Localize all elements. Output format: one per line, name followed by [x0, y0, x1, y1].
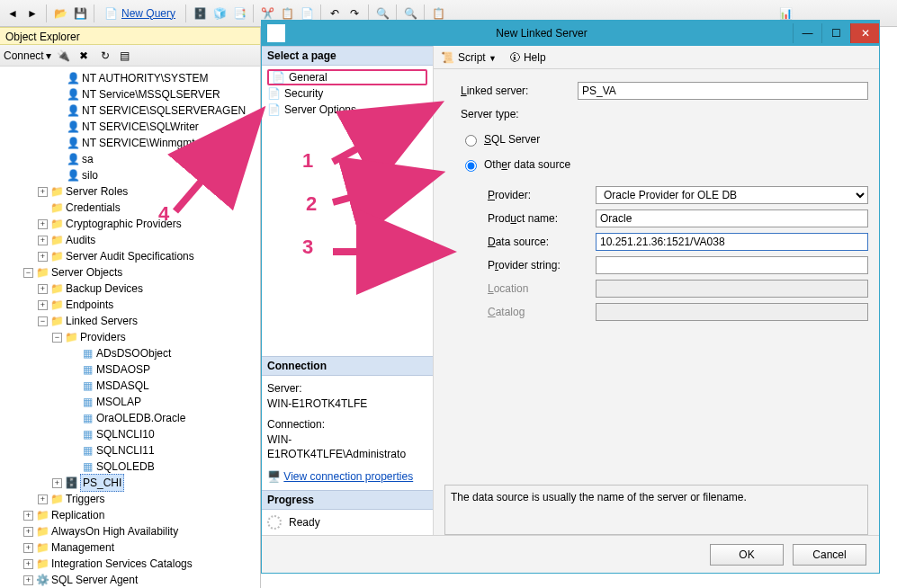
page-general[interactable]: 📄General: [267, 69, 427, 85]
tree-item[interactable]: Endpoints: [66, 297, 113, 313]
help-button[interactable]: Help: [524, 51, 546, 64]
expand-toggle[interactable]: +: [23, 511, 33, 521]
dialog-footer: OK Cancel: [262, 535, 879, 573]
refresh-icon[interactable]: ↻: [96, 47, 114, 65]
expand-toggle[interactable]: +: [38, 284, 48, 294]
nav-fwd-icon[interactable]: ►: [23, 4, 41, 22]
tree-item[interactable]: Server Roles: [66, 183, 128, 200]
provider-string-input[interactable]: [596, 256, 868, 274]
progress-header: Progress: [262, 490, 433, 510]
tree-item[interactable]: Credentials: [66, 200, 121, 216]
tree-item[interactable]: NT SERVICE\SQLWriter: [82, 119, 199, 135]
tree-item[interactable]: Audits: [66, 232, 95, 248]
tree-item[interactable]: Providers: [80, 329, 126, 345]
chevron-down-icon: ▾: [46, 49, 51, 62]
folder-icon: 📁: [36, 556, 49, 572]
expand-toggle[interactable]: −: [38, 316, 48, 326]
tree-item[interactable]: NT SERVICE\SQLSERVERAGEN: [82, 102, 246, 119]
tree-item[interactable]: Triggers: [66, 491, 105, 507]
filter-icon[interactable]: ▤: [116, 47, 134, 65]
nav-back-icon[interactable]: ◄: [4, 4, 22, 22]
user-icon: 👤: [67, 70, 79, 86]
page-security[interactable]: 📄Security: [267, 85, 427, 102]
user-icon: 👤: [67, 119, 79, 135]
view-connection-properties-link[interactable]: View connection properties: [283, 470, 413, 483]
tree-item[interactable]: MSDAOSP: [96, 361, 150, 378]
tree-item[interactable]: NT AUTHORITY\SYSTEM: [82, 70, 208, 86]
expand-toggle[interactable]: +: [38, 219, 48, 229]
tree-item[interactable]: Linked Servers: [66, 313, 138, 329]
folder-icon: 📁: [36, 507, 49, 523]
expand-toggle[interactable]: −: [23, 268, 33, 278]
tree-item[interactable]: silo: [82, 167, 98, 183]
expand-toggle[interactable]: +: [23, 575, 33, 585]
db-icon[interactable]: 🗄️: [191, 4, 209, 22]
tree-item[interactable]: SQL Server Agent: [51, 572, 138, 588]
expand-toggle[interactable]: −: [52, 333, 62, 343]
dialog-icon: [267, 24, 285, 42]
provider-label: Provider:: [488, 189, 596, 201]
expand-toggle[interactable]: +: [23, 559, 33, 569]
user-icon: 👤: [67, 135, 79, 151]
page-icon: 📄: [267, 87, 281, 100]
minimize-button[interactable]: —: [793, 23, 821, 43]
server-type-label: Server type:: [461, 108, 578, 120]
tree-item[interactable]: Server Objects: [51, 264, 122, 281]
new-query-button[interactable]: 📄 New Query: [99, 7, 181, 20]
connect-dropdown[interactable]: Connect ▾: [4, 49, 51, 62]
expand-toggle[interactable]: +: [23, 527, 33, 537]
expand-toggle[interactable]: +: [38, 236, 48, 245]
report-icon[interactable]: 📑: [230, 4, 248, 22]
tree-item[interactable]: Integration Services Catalogs: [51, 556, 193, 572]
tree-item[interactable]: SQLNCLI10: [96, 426, 155, 442]
tree-item-selected[interactable]: PS_CHI: [80, 474, 124, 492]
tree-item[interactable]: SQLOLEDB: [96, 459, 155, 475]
ok-button[interactable]: OK: [710, 544, 784, 566]
linked-server-input[interactable]: [578, 82, 868, 100]
page-label: General: [289, 71, 327, 84]
open-icon[interactable]: 📂: [51, 4, 69, 22]
save-icon[interactable]: 💾: [71, 4, 89, 22]
script-dropdown[interactable]: Script ▼: [458, 51, 497, 64]
tree-item[interactable]: NT Service\MSSQLSERVER: [82, 86, 220, 102]
expand-toggle[interactable]: +: [38, 187, 48, 197]
expand-toggle[interactable]: +: [52, 478, 62, 488]
tree-item[interactable]: AlwaysOn High Availability: [51, 523, 178, 539]
radio-sql-server[interactable]: SQL Server: [461, 132, 540, 147]
cancel-button[interactable]: Cancel: [793, 544, 866, 566]
product-name-input[interactable]: [596, 209, 868, 227]
expand-toggle[interactable]: +: [38, 300, 48, 310]
tree-item[interactable]: Cryptographic Providers: [66, 216, 182, 232]
radio-other-data-source[interactable]: Other data source: [461, 157, 570, 172]
tree-item[interactable]: Server Audit Specifications: [66, 248, 194, 264]
tree-item[interactable]: MSDASQL: [96, 378, 149, 394]
location-label: Location: [488, 282, 596, 295]
user-icon: 👤: [67, 86, 79, 102]
maximize-button[interactable]: ☐: [821, 23, 850, 43]
tree-item[interactable]: OraOLEDB.Oracle: [96, 410, 185, 426]
provider-icon: ▦: [81, 410, 94, 426]
tree-item[interactable]: Backup Devices: [66, 281, 143, 297]
data-source-input[interactable]: [596, 233, 868, 251]
provider-select[interactable]: Oracle Provider for OLE DB: [596, 186, 868, 204]
page-label: Server Options: [284, 103, 356, 116]
description-box: The data source is usually the name of t…: [444, 485, 868, 535]
tree-item[interactable]: ADsDSOObject: [96, 345, 171, 361]
expand-toggle[interactable]: +: [38, 252, 48, 262]
dialog-titlebar[interactable]: New Linked Server — ☐ ✕: [262, 21, 879, 46]
connect-icon[interactable]: 🔌: [55, 47, 73, 65]
cube-icon[interactable]: 🧊: [211, 4, 229, 22]
folder-icon: 📁: [50, 281, 63, 297]
tree-item[interactable]: SQLNCLI11: [96, 442, 155, 459]
object-explorer-tree[interactable]: 👤NT AUTHORITY\SYSTEM 👤NT Service\MSSQLSE…: [0, 67, 260, 588]
disconnect-icon[interactable]: ✖: [75, 47, 93, 65]
expand-toggle[interactable]: +: [23, 543, 33, 553]
tree-item[interactable]: sa: [82, 151, 94, 167]
close-button[interactable]: ✕: [850, 23, 879, 43]
tree-item[interactable]: MSOLAP: [96, 394, 141, 410]
tree-item[interactable]: Replication: [51, 507, 104, 523]
page-server-options[interactable]: 📄Server Options: [267, 102, 427, 118]
expand-toggle[interactable]: +: [38, 494, 48, 504]
tree-item[interactable]: Management: [51, 539, 114, 556]
tree-item[interactable]: NT SERVICE\Winmgmt: [82, 135, 195, 151]
